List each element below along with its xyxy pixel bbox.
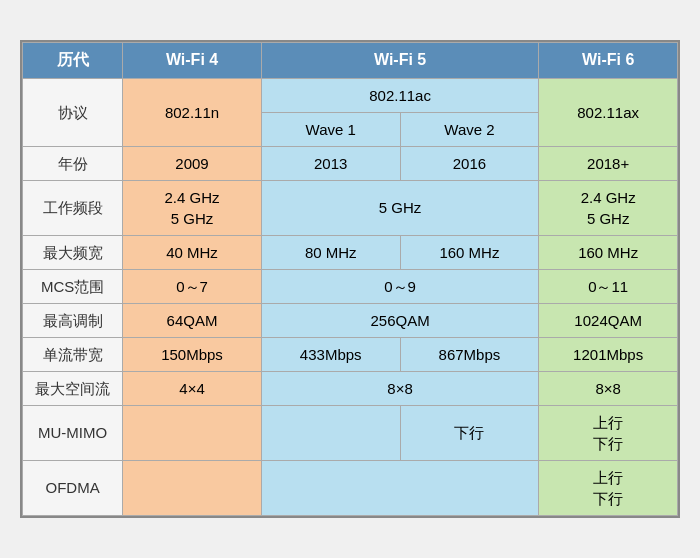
wifi5-single-stream-wave1: 433Mbps (261, 337, 400, 371)
table-row-protocol: 协议 802.11n 802.11ac 802.11ax (23, 78, 678, 112)
comparison-table: 历代 Wi-Fi 4 Wi-Fi 5 Wi-Fi 6 协议 802.11n 80… (20, 40, 680, 517)
wifi5-spatial: 8×8 (261, 371, 538, 405)
wifi5-year-wave2: 2016 (400, 146, 539, 180)
wifi4-year: 2009 (123, 146, 262, 180)
label-ofdma: OFDMA (23, 460, 123, 515)
wifi6-mcs: 0～11 (539, 269, 678, 303)
wifi6-freq: 2.4 GHz 5 GHz (539, 180, 678, 235)
label-freq: 工作频段 (23, 180, 123, 235)
wifi4-freq: 2.4 GHz 5 GHz (123, 180, 262, 235)
wifi4-single-stream: 150Mbps (123, 337, 262, 371)
wifi4-ofdma (123, 460, 262, 515)
wifi5-ofdma (261, 460, 538, 515)
table-row-freq: 工作频段 2.4 GHz 5 GHz 5 GHz 2.4 GHz 5 GHz (23, 180, 678, 235)
label-modulation: 最高调制 (23, 303, 123, 337)
wifi5-year-wave1: 2013 (261, 146, 400, 180)
header-generation: 历代 (23, 43, 123, 78)
wifi4-bandwidth: 40 MHz (123, 235, 262, 269)
wifi6-single-stream: 1201Mbps (539, 337, 678, 371)
wifi5-wave2: Wave 2 (400, 112, 539, 146)
table-row-single-stream: 单流带宽 150Mbps 433Mbps 867Mbps 1201Mbps (23, 337, 678, 371)
wifi5-mcs: 0～9 (261, 269, 538, 303)
table-row-spatial: 最大空间流 4×4 8×8 8×8 (23, 371, 678, 405)
wifi4-mumimo (123, 405, 262, 460)
wifi5-modulation: 256QAM (261, 303, 538, 337)
table-row-year: 年份 2009 2013 2016 2018+ (23, 146, 678, 180)
wifi5-wave1: Wave 1 (261, 112, 400, 146)
wifi6-spatial: 8×8 (539, 371, 678, 405)
label-year: 年份 (23, 146, 123, 180)
label-bandwidth: 最大频宽 (23, 235, 123, 269)
label-mcs: MCS范围 (23, 269, 123, 303)
wifi4-modulation: 64QAM (123, 303, 262, 337)
wifi6-mumimo: 上行 下行 (539, 405, 678, 460)
wifi6-year: 2018+ (539, 146, 678, 180)
label-single-stream: 单流带宽 (23, 337, 123, 371)
wifi5-bandwidth-wave2: 160 MHz (400, 235, 539, 269)
wifi6-ofdma: 上行 下行 (539, 460, 678, 515)
wifi5-protocol-label: 802.11ac (261, 78, 538, 112)
wifi6-modulation: 1024QAM (539, 303, 678, 337)
label-protocol: 协议 (23, 78, 123, 146)
table-row-mumimo: MU-MIMO 下行 上行 下行 (23, 405, 678, 460)
wifi5-bandwidth-wave1: 80 MHz (261, 235, 400, 269)
wifi4-protocol: 802.11n (123, 78, 262, 146)
table-row-ofdma: OFDMA 上行 下行 (23, 460, 678, 515)
table-header-row: 历代 Wi-Fi 4 Wi-Fi 5 Wi-Fi 6 (23, 43, 678, 78)
wifi5-mumimo-wave2: 下行 (400, 405, 539, 460)
wifi4-spatial: 4×4 (123, 371, 262, 405)
label-mumimo: MU-MIMO (23, 405, 123, 460)
header-wifi4: Wi-Fi 4 (123, 43, 262, 78)
wifi5-single-stream-wave2: 867Mbps (400, 337, 539, 371)
wifi5-freq: 5 GHz (261, 180, 538, 235)
label-spatial: 最大空间流 (23, 371, 123, 405)
table-row-modulation: 最高调制 64QAM 256QAM 1024QAM (23, 303, 678, 337)
wifi4-mcs: 0～7 (123, 269, 262, 303)
table-row-mcs: MCS范围 0～7 0～9 0～11 (23, 269, 678, 303)
header-wifi5: Wi-Fi 5 (261, 43, 538, 78)
wifi6-protocol: 802.11ax (539, 78, 678, 146)
header-wifi6: Wi-Fi 6 (539, 43, 678, 78)
table-row-bandwidth: 最大频宽 40 MHz 80 MHz 160 MHz 160 MHz (23, 235, 678, 269)
wifi5-mumimo-wave1 (261, 405, 400, 460)
wifi6-bandwidth: 160 MHz (539, 235, 678, 269)
